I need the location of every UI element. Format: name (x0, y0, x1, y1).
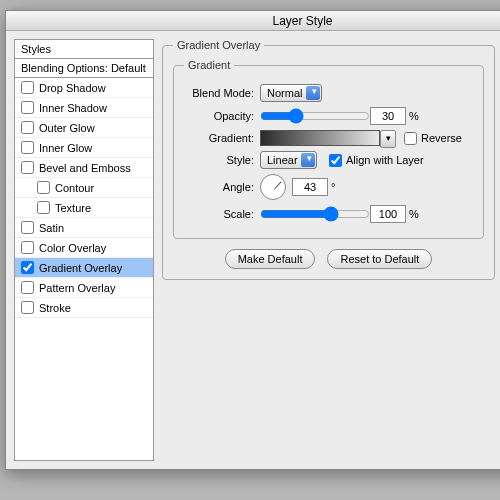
style-item-drop-shadow[interactable]: Drop Shadow (15, 78, 153, 98)
style-checkbox[interactable] (21, 141, 34, 154)
align-label: Align with Layer (346, 154, 424, 166)
align-checkbox[interactable] (329, 154, 342, 167)
scale-label: Scale: (184, 208, 254, 220)
opacity-input[interactable] (370, 107, 406, 125)
style-label: Texture (55, 202, 91, 214)
gradient-label: Gradient: (184, 132, 254, 144)
style-checkbox[interactable] (37, 181, 50, 194)
style-item-texture[interactable]: Texture (15, 198, 153, 218)
subgroup-legend: Gradient (184, 59, 234, 71)
style-label: Style: (184, 154, 254, 166)
styles-panel: Styles Blending Options: Default Drop Sh… (14, 39, 154, 461)
angle-row: Angle: ° (184, 174, 473, 200)
style-checkbox[interactable] (21, 161, 34, 174)
opacity-slider[interactable] (260, 108, 370, 124)
scale-input[interactable] (370, 205, 406, 223)
style-label: Stroke (39, 302, 71, 314)
layer-style-dialog: Layer Style Styles Blending Options: Def… (5, 10, 500, 470)
blending-options[interactable]: Blending Options: Default (15, 59, 153, 78)
styles-header[interactable]: Styles (15, 40, 153, 59)
group-legend: Gradient Overlay (173, 39, 264, 51)
style-select[interactable]: Linear (260, 151, 317, 169)
dialog-title: Layer Style (6, 11, 500, 31)
gradient-subgroup: Gradient Blend Mode: Normal Opacity: % (173, 59, 484, 239)
blend-mode-select[interactable]: Normal (260, 84, 322, 102)
blend-mode-row: Blend Mode: Normal (184, 84, 473, 102)
style-label: Color Overlay (39, 242, 106, 254)
style-item-bevel-and-emboss[interactable]: Bevel and Emboss (15, 158, 153, 178)
gradient-picker[interactable] (260, 130, 380, 146)
angle-dial[interactable] (260, 174, 286, 200)
style-item-inner-shadow[interactable]: Inner Shadow (15, 98, 153, 118)
style-label: Satin (39, 222, 64, 234)
style-item-inner-glow[interactable]: Inner Glow (15, 138, 153, 158)
style-checkbox[interactable] (21, 261, 34, 274)
style-item-color-overlay[interactable]: Color Overlay (15, 238, 153, 258)
style-label: Gradient Overlay (39, 262, 122, 274)
style-checkbox[interactable] (21, 301, 34, 314)
style-label: Pattern Overlay (39, 282, 115, 294)
style-label: Contour (55, 182, 94, 194)
opacity-label: Opacity: (184, 110, 254, 122)
style-item-gradient-overlay[interactable]: Gradient Overlay (15, 258, 153, 278)
styles-list: Drop ShadowInner ShadowOuter GlowInner G… (15, 78, 153, 318)
gradient-row: Gradient: Reverse (184, 130, 473, 146)
style-label: Outer Glow (39, 122, 95, 134)
style-item-satin[interactable]: Satin (15, 218, 153, 238)
default-buttons: Make Default Reset to Default (173, 249, 484, 269)
reverse-checkbox[interactable] (404, 132, 417, 145)
style-item-contour[interactable]: Contour (15, 178, 153, 198)
style-checkbox[interactable] (21, 281, 34, 294)
angle-input[interactable] (292, 178, 328, 196)
style-item-outer-glow[interactable]: Outer Glow (15, 118, 153, 138)
reverse-label: Reverse (421, 132, 462, 144)
style-label: Inner Shadow (39, 102, 107, 114)
style-label: Inner Glow (39, 142, 92, 154)
angle-label: Angle: (184, 181, 254, 193)
scale-pct: % (409, 208, 419, 220)
make-default-button[interactable]: Make Default (225, 249, 316, 269)
gradient-overlay-group: Gradient Overlay Gradient Blend Mode: No… (162, 39, 495, 280)
settings-panel: Gradient Overlay Gradient Blend Mode: No… (162, 39, 495, 461)
style-label: Bevel and Emboss (39, 162, 131, 174)
scale-row: Scale: % (184, 205, 473, 223)
style-checkbox[interactable] (21, 241, 34, 254)
style-checkbox[interactable] (21, 101, 34, 114)
style-checkbox[interactable] (21, 221, 34, 234)
gradient-swatch[interactable] (260, 130, 380, 146)
style-row: Style: Linear Align with Layer (184, 151, 473, 169)
opacity-pct: % (409, 110, 419, 122)
reset-default-button[interactable]: Reset to Default (327, 249, 432, 269)
blend-mode-label: Blend Mode: (184, 87, 254, 99)
style-checkbox[interactable] (37, 201, 50, 214)
angle-deg: ° (331, 181, 335, 193)
scale-slider[interactable] (260, 206, 370, 222)
opacity-row: Opacity: % (184, 107, 473, 125)
style-checkbox[interactable] (21, 121, 34, 134)
style-item-pattern-overlay[interactable]: Pattern Overlay (15, 278, 153, 298)
style-item-stroke[interactable]: Stroke (15, 298, 153, 318)
style-checkbox[interactable] (21, 81, 34, 94)
style-label: Drop Shadow (39, 82, 106, 94)
dialog-content: Styles Blending Options: Default Drop Sh… (6, 31, 500, 469)
